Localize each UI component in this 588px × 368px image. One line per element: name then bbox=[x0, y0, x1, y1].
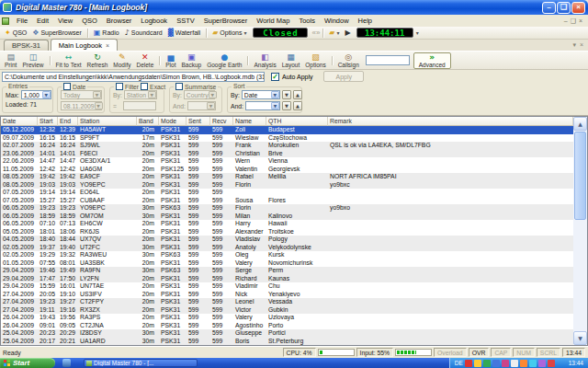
print-button[interactable]: ▤ Print bbox=[2, 52, 19, 68]
refresh-button[interactable]: ↻ Refresh bbox=[85, 52, 111, 68]
auto-apply-checkbox[interactable]: ✓ bbox=[271, 73, 279, 81]
tray-icon[interactable] bbox=[520, 360, 527, 367]
menu-superbrowser[interactable]: SuperBrowser bbox=[199, 17, 253, 25]
scrollbar-thumb[interactable] bbox=[574, 132, 586, 220]
qso-button[interactable]: ✦ QSO bbox=[2, 29, 29, 38]
scroll-down-icon[interactable]: ▼ bbox=[573, 331, 587, 345]
forward-icon[interactable]: » bbox=[316, 29, 320, 37]
table-row[interactable]: 06.05.200907:1007:13EH6CW20mPSK31599599H… bbox=[1, 220, 573, 228]
menu-logbook[interactable]: Logbook bbox=[136, 17, 172, 25]
tab-close-icon[interactable]: × bbox=[106, 42, 109, 49]
column-header-band[interactable]: Band bbox=[137, 117, 159, 126]
start-button[interactable]: Start bbox=[0, 358, 55, 368]
exact-checkbox[interactable] bbox=[141, 83, 148, 90]
tray-icon[interactable] bbox=[557, 360, 564, 367]
tab-main-logbook[interactable]: Main Logbook × bbox=[51, 39, 118, 51]
advanced-button[interactable]: » Advanced bbox=[413, 52, 451, 69]
table-row[interactable]: 04.05.200918:4018:44UX7QV20mPSK31599599V… bbox=[1, 236, 573, 244]
table-row[interactable]: 07.05.200915:2715:27CU8AAF20mPSK31599599… bbox=[1, 197, 573, 205]
table-row[interactable]: 29.04.200919:4619:49RA9FN30mPSK63599599S… bbox=[1, 267, 573, 275]
menu-edit[interactable]: Edit bbox=[32, 17, 53, 25]
logbook-path-field[interactable]: C:\Dokumente und Einstellungen\kkk\Anwen… bbox=[2, 72, 265, 82]
tray-icon[interactable] bbox=[483, 360, 491, 367]
menu-world-map[interactable]: World Map bbox=[252, 17, 294, 25]
fit-to-text-button[interactable]: ↔ Fit to Text bbox=[53, 52, 85, 68]
taskbar-task-button[interactable]: Digital Master 780 - [... bbox=[84, 359, 198, 367]
language-indicator[interactable]: DE bbox=[455, 360, 463, 366]
table-row[interactable]: 25.04.200920:2320:29IZ8DSY30mPSK31599599… bbox=[1, 329, 573, 338]
sort-and-ascending-button[interactable]: ▲ bbox=[293, 101, 302, 110]
scroll-up-icon[interactable]: ▲ bbox=[573, 117, 587, 131]
menu-qso[interactable]: QSO bbox=[77, 17, 102, 25]
sort-by-select[interactable]: Date ▼ bbox=[242, 90, 280, 99]
table-row[interactable]: 27.04.200919:2319:27CT2FPY20mPSK31599599… bbox=[1, 298, 573, 306]
tray-icon[interactable] bbox=[548, 360, 555, 367]
column-header-recv[interactable]: Recv bbox=[210, 117, 233, 126]
close-button[interactable]: × bbox=[571, 2, 585, 14]
table-row[interactable]: 02.05.200919:3719:40UT2FC30mPSK31599599A… bbox=[1, 244, 573, 252]
sort-descending-button[interactable]: ▼ bbox=[282, 90, 291, 99]
delete-button[interactable]: ✕ Delete bbox=[133, 52, 156, 68]
filter-checkbox[interactable] bbox=[116, 83, 123, 90]
column-header-name[interactable]: Name bbox=[233, 117, 266, 126]
minimize-button[interactable]: – bbox=[542, 2, 556, 14]
preview-button[interactable]: ◫ Preview bbox=[19, 52, 46, 68]
tray-icon[interactable] bbox=[511, 360, 518, 367]
analysis-button[interactable]: ◧ Analysis bbox=[251, 52, 278, 68]
mdi-minimize-icon[interactable]: – bbox=[564, 17, 568, 25]
modify-button[interactable]: ✎ Modify bbox=[110, 52, 133, 68]
tray-icon[interactable] bbox=[529, 360, 537, 367]
sort-ascending-button[interactable]: ▲ bbox=[293, 90, 302, 99]
table-row[interactable]: 25.04.200920:1720:21UA1ARD30mPSK31599599… bbox=[1, 338, 573, 346]
table-row[interactable]: 05.05.200918:0118:06RK6JS20mPSK31599599A… bbox=[1, 228, 573, 236]
table-row[interactable]: 07.05.200919:1419:14EO64L20mPSK31599599 bbox=[1, 189, 573, 197]
table-row[interactable]: 01.05.200907:5508:01UA3SBK20mPSK31599599… bbox=[1, 259, 573, 268]
menu-help[interactable]: Help bbox=[354, 17, 377, 25]
column-header-sent[interactable]: Sent bbox=[187, 117, 210, 126]
table-row[interactable]: 06.05.200919:2319:23YO9EPC30mPSK63599599… bbox=[1, 204, 573, 213]
sort-and-descending-button[interactable]: ▼ bbox=[282, 101, 291, 110]
column-header-remark[interactable]: Remark bbox=[328, 117, 573, 126]
tray-icon[interactable] bbox=[465, 360, 472, 367]
quick-launch-icon[interactable] bbox=[62, 359, 71, 367]
table-row[interactable]: 29.04.200917:4717:50LY2FN20mPSK31599599R… bbox=[1, 275, 573, 283]
chevron-down-icon[interactable]: ▾ bbox=[416, 29, 419, 36]
table-row[interactable]: 08.05.200919:0319:03YO9EPC20mPSK31599599… bbox=[1, 181, 573, 190]
column-header-end[interactable]: End bbox=[58, 117, 78, 126]
table-row[interactable]: 11.05.200912:4212:42UA6GM20mPSK125599599… bbox=[1, 166, 573, 174]
sort-and-select[interactable]: ▼ bbox=[245, 101, 280, 110]
table-row[interactable]: 27.04.200920:0519:10US3IFV20mPSK31599599… bbox=[1, 291, 573, 299]
table-row[interactable]: 27.04.200919:1119:16RX3ZX20mPSK31599599V… bbox=[1, 306, 573, 315]
column-header-station[interactable]: Station bbox=[78, 117, 137, 126]
maximize-button[interactable]: ❑ bbox=[557, 2, 571, 14]
summarise-checkbox[interactable] bbox=[175, 83, 183, 90]
menu-sstv[interactable]: SSTV bbox=[172, 17, 199, 25]
table-row[interactable]: 05.12.200912:3212:39HA5AWT20mPSK31599599… bbox=[1, 126, 573, 134]
waterfall-button[interactable]: ▓ Waterfall bbox=[165, 29, 204, 38]
layout-button[interactable]: ▦ Layout bbox=[279, 52, 303, 68]
folder-dropdown-button[interactable]: ▰ ▾ bbox=[326, 29, 342, 38]
column-header-qth[interactable]: QTH bbox=[266, 117, 328, 126]
table-row[interactable]: 29.04.200915:5916:01UN7TAE20mPSK31599599… bbox=[1, 282, 573, 291]
table-row[interactable]: 02.07.200916:2416:24SJ9WL20mPSK31599599F… bbox=[1, 142, 573, 150]
table-row[interactable]: 09.07.200916:1516:15SP9FT17mPSK31599599W… bbox=[1, 134, 573, 143]
play-button[interactable]: ▶ bbox=[343, 29, 354, 38]
tray-icon[interactable] bbox=[492, 360, 500, 367]
tray-icon[interactable] bbox=[474, 360, 481, 367]
menu-browser[interactable]: Browser bbox=[102, 17, 137, 25]
logbook-options-button[interactable]: ▧ Options bbox=[302, 52, 328, 68]
max-entries-select[interactable]: 1,000 ▼ bbox=[21, 90, 51, 99]
table-row[interactable]: 26.04.200909:0109:05CT2JNA20mPSK31599599… bbox=[1, 322, 573, 330]
backup-button[interactable]: ▣ Backup bbox=[178, 52, 204, 68]
menu-file[interactable]: File bbox=[12, 17, 32, 25]
table-row[interactable]: 26.04.200919:4319:56RA3PS20mPSK31599599V… bbox=[1, 314, 573, 322]
superbrowser-button[interactable]: ❖ SuperBrowser bbox=[29, 29, 85, 38]
menu-window[interactable]: Window bbox=[320, 17, 354, 25]
google-earth-button[interactable]: ● Google Earth bbox=[204, 52, 244, 68]
tab-list-icon[interactable]: ▾ bbox=[572, 41, 576, 49]
callsign-input[interactable] bbox=[366, 55, 410, 65]
table-row[interactable]: 02.05.200919:2919:32RA3WEU30mPSK63599599… bbox=[1, 251, 573, 259]
tray-icon[interactable] bbox=[502, 360, 509, 367]
table-row[interactable]: 08.05.200919:4219:42EA9CF20mPSK31599599R… bbox=[1, 173, 573, 181]
table-row[interactable]: 06.05.200918:5918:59OM7OM30mPSK31599599M… bbox=[1, 213, 573, 221]
